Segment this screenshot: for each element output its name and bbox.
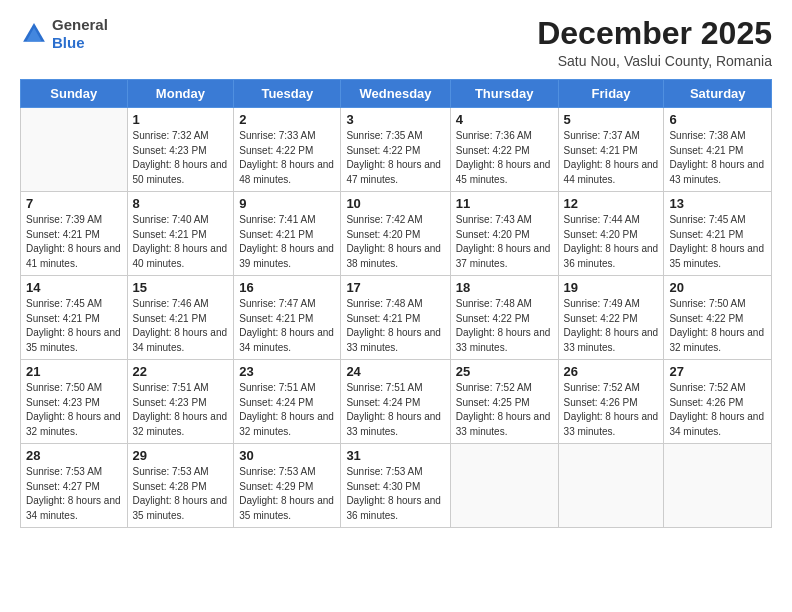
calendar-day-cell	[664, 444, 772, 528]
calendar-day-cell: 20Sunrise: 7:50 AM Sunset: 4:22 PM Dayli…	[664, 276, 772, 360]
calendar-day-cell: 25Sunrise: 7:52 AM Sunset: 4:25 PM Dayli…	[450, 360, 558, 444]
day-number: 16	[239, 280, 335, 295]
calendar-day-cell: 17Sunrise: 7:48 AM Sunset: 4:21 PM Dayli…	[341, 276, 450, 360]
calendar-day-cell: 15Sunrise: 7:46 AM Sunset: 4:21 PM Dayli…	[127, 276, 234, 360]
day-info: Sunrise: 7:50 AM Sunset: 4:23 PM Dayligh…	[26, 381, 122, 439]
day-info: Sunrise: 7:46 AM Sunset: 4:21 PM Dayligh…	[133, 297, 229, 355]
month-title: December 2025	[537, 16, 772, 51]
day-number: 13	[669, 196, 766, 211]
day-info: Sunrise: 7:32 AM Sunset: 4:23 PM Dayligh…	[133, 129, 229, 187]
calendar-table: SundayMondayTuesdayWednesdayThursdayFrid…	[20, 79, 772, 528]
day-number: 23	[239, 364, 335, 379]
calendar-day-cell: 8Sunrise: 7:40 AM Sunset: 4:21 PM Daylig…	[127, 192, 234, 276]
day-info: Sunrise: 7:53 AM Sunset: 4:29 PM Dayligh…	[239, 465, 335, 523]
day-info: Sunrise: 7:40 AM Sunset: 4:21 PM Dayligh…	[133, 213, 229, 271]
day-number: 28	[26, 448, 122, 463]
day-of-week-header: Tuesday	[234, 80, 341, 108]
day-info: Sunrise: 7:49 AM Sunset: 4:22 PM Dayligh…	[564, 297, 659, 355]
day-of-week-header: Monday	[127, 80, 234, 108]
day-info: Sunrise: 7:35 AM Sunset: 4:22 PM Dayligh…	[346, 129, 444, 187]
calendar-day-cell: 7Sunrise: 7:39 AM Sunset: 4:21 PM Daylig…	[21, 192, 128, 276]
logo-general: General	[52, 16, 108, 33]
calendar-day-cell: 4Sunrise: 7:36 AM Sunset: 4:22 PM Daylig…	[450, 108, 558, 192]
calendar-day-cell: 5Sunrise: 7:37 AM Sunset: 4:21 PM Daylig…	[558, 108, 664, 192]
day-info: Sunrise: 7:53 AM Sunset: 4:28 PM Dayligh…	[133, 465, 229, 523]
day-number: 4	[456, 112, 553, 127]
calendar-day-cell	[558, 444, 664, 528]
calendar-header-row: SundayMondayTuesdayWednesdayThursdayFrid…	[21, 80, 772, 108]
day-info: Sunrise: 7:42 AM Sunset: 4:20 PM Dayligh…	[346, 213, 444, 271]
day-of-week-header: Wednesday	[341, 80, 450, 108]
calendar-day-cell: 26Sunrise: 7:52 AM Sunset: 4:26 PM Dayli…	[558, 360, 664, 444]
subtitle: Satu Nou, Vaslui County, Romania	[537, 53, 772, 69]
calendar-day-cell: 11Sunrise: 7:43 AM Sunset: 4:20 PM Dayli…	[450, 192, 558, 276]
day-of-week-header: Saturday	[664, 80, 772, 108]
day-info: Sunrise: 7:36 AM Sunset: 4:22 PM Dayligh…	[456, 129, 553, 187]
calendar-day-cell: 1Sunrise: 7:32 AM Sunset: 4:23 PM Daylig…	[127, 108, 234, 192]
day-info: Sunrise: 7:48 AM Sunset: 4:22 PM Dayligh…	[456, 297, 553, 355]
day-number: 19	[564, 280, 659, 295]
day-of-week-header: Sunday	[21, 80, 128, 108]
day-of-week-header: Thursday	[450, 80, 558, 108]
calendar-day-cell: 2Sunrise: 7:33 AM Sunset: 4:22 PM Daylig…	[234, 108, 341, 192]
calendar-day-cell: 30Sunrise: 7:53 AM Sunset: 4:29 PM Dayli…	[234, 444, 341, 528]
day-number: 22	[133, 364, 229, 379]
day-number: 5	[564, 112, 659, 127]
calendar-day-cell: 13Sunrise: 7:45 AM Sunset: 4:21 PM Dayli…	[664, 192, 772, 276]
calendar-day-cell: 22Sunrise: 7:51 AM Sunset: 4:23 PM Dayli…	[127, 360, 234, 444]
title-block: December 2025 Satu Nou, Vaslui County, R…	[537, 16, 772, 69]
day-info: Sunrise: 7:39 AM Sunset: 4:21 PM Dayligh…	[26, 213, 122, 271]
calendar-day-cell: 18Sunrise: 7:48 AM Sunset: 4:22 PM Dayli…	[450, 276, 558, 360]
calendar-day-cell: 28Sunrise: 7:53 AM Sunset: 4:27 PM Dayli…	[21, 444, 128, 528]
day-info: Sunrise: 7:53 AM Sunset: 4:27 PM Dayligh…	[26, 465, 122, 523]
calendar-day-cell: 27Sunrise: 7:52 AM Sunset: 4:26 PM Dayli…	[664, 360, 772, 444]
day-number: 21	[26, 364, 122, 379]
day-number: 7	[26, 196, 122, 211]
day-number: 11	[456, 196, 553, 211]
day-number: 1	[133, 112, 229, 127]
day-info: Sunrise: 7:45 AM Sunset: 4:21 PM Dayligh…	[26, 297, 122, 355]
calendar-day-cell: 3Sunrise: 7:35 AM Sunset: 4:22 PM Daylig…	[341, 108, 450, 192]
logo-text: General Blue	[52, 16, 108, 52]
day-number: 17	[346, 280, 444, 295]
calendar-day-cell: 9Sunrise: 7:41 AM Sunset: 4:21 PM Daylig…	[234, 192, 341, 276]
day-info: Sunrise: 7:41 AM Sunset: 4:21 PM Dayligh…	[239, 213, 335, 271]
calendar-week-row: 28Sunrise: 7:53 AM Sunset: 4:27 PM Dayli…	[21, 444, 772, 528]
generalblue-logo-icon	[20, 20, 48, 48]
calendar-day-cell: 29Sunrise: 7:53 AM Sunset: 4:28 PM Dayli…	[127, 444, 234, 528]
calendar-day-cell: 6Sunrise: 7:38 AM Sunset: 4:21 PM Daylig…	[664, 108, 772, 192]
header: General Blue December 2025 Satu Nou, Vas…	[20, 16, 772, 69]
day-number: 30	[239, 448, 335, 463]
day-info: Sunrise: 7:51 AM Sunset: 4:23 PM Dayligh…	[133, 381, 229, 439]
logo: General Blue	[20, 16, 108, 52]
calendar-day-cell: 31Sunrise: 7:53 AM Sunset: 4:30 PM Dayli…	[341, 444, 450, 528]
day-number: 27	[669, 364, 766, 379]
day-number: 10	[346, 196, 444, 211]
day-info: Sunrise: 7:52 AM Sunset: 4:26 PM Dayligh…	[669, 381, 766, 439]
day-info: Sunrise: 7:33 AM Sunset: 4:22 PM Dayligh…	[239, 129, 335, 187]
day-info: Sunrise: 7:37 AM Sunset: 4:21 PM Dayligh…	[564, 129, 659, 187]
calendar-day-cell: 10Sunrise: 7:42 AM Sunset: 4:20 PM Dayli…	[341, 192, 450, 276]
calendar-day-cell: 19Sunrise: 7:49 AM Sunset: 4:22 PM Dayli…	[558, 276, 664, 360]
page: General Blue December 2025 Satu Nou, Vas…	[0, 0, 792, 612]
day-info: Sunrise: 7:53 AM Sunset: 4:30 PM Dayligh…	[346, 465, 444, 523]
day-info: Sunrise: 7:38 AM Sunset: 4:21 PM Dayligh…	[669, 129, 766, 187]
day-info: Sunrise: 7:52 AM Sunset: 4:25 PM Dayligh…	[456, 381, 553, 439]
day-info: Sunrise: 7:51 AM Sunset: 4:24 PM Dayligh…	[239, 381, 335, 439]
calendar-day-cell: 12Sunrise: 7:44 AM Sunset: 4:20 PM Dayli…	[558, 192, 664, 276]
day-number: 24	[346, 364, 444, 379]
day-number: 31	[346, 448, 444, 463]
day-number: 9	[239, 196, 335, 211]
day-number: 18	[456, 280, 553, 295]
day-info: Sunrise: 7:43 AM Sunset: 4:20 PM Dayligh…	[456, 213, 553, 271]
calendar-day-cell: 23Sunrise: 7:51 AM Sunset: 4:24 PM Dayli…	[234, 360, 341, 444]
day-number: 3	[346, 112, 444, 127]
day-number: 29	[133, 448, 229, 463]
calendar-day-cell: 14Sunrise: 7:45 AM Sunset: 4:21 PM Dayli…	[21, 276, 128, 360]
calendar-week-row: 14Sunrise: 7:45 AM Sunset: 4:21 PM Dayli…	[21, 276, 772, 360]
calendar-day-cell: 16Sunrise: 7:47 AM Sunset: 4:21 PM Dayli…	[234, 276, 341, 360]
day-info: Sunrise: 7:50 AM Sunset: 4:22 PM Dayligh…	[669, 297, 766, 355]
calendar-week-row: 7Sunrise: 7:39 AM Sunset: 4:21 PM Daylig…	[21, 192, 772, 276]
day-info: Sunrise: 7:47 AM Sunset: 4:21 PM Dayligh…	[239, 297, 335, 355]
calendar-week-row: 1Sunrise: 7:32 AM Sunset: 4:23 PM Daylig…	[21, 108, 772, 192]
